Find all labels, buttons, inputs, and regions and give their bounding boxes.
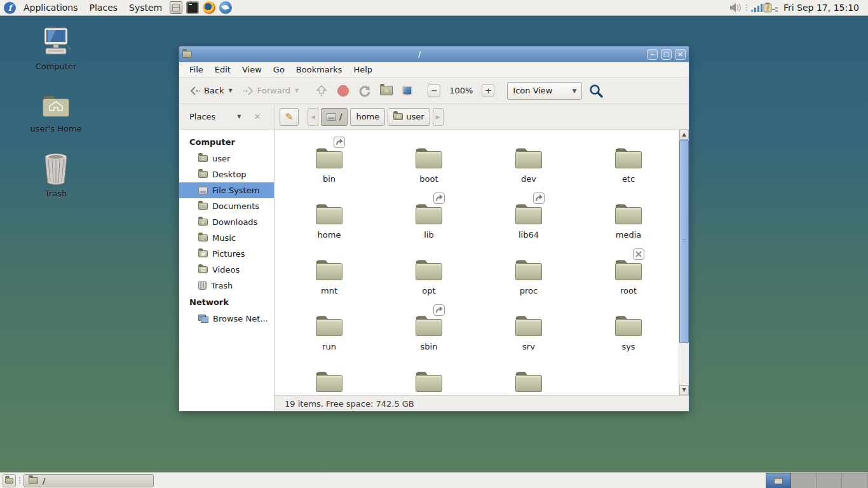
sidebar-item-desktop[interactable]: Desktop bbox=[179, 166, 274, 182]
close-button[interactable]: ✕ bbox=[675, 49, 686, 60]
up-button[interactable] bbox=[314, 83, 329, 98]
path-scroll-right-button[interactable]: ▶ bbox=[433, 108, 444, 126]
menu-places[interactable]: Places bbox=[84, 0, 124, 16]
sidebar-item-documents[interactable]: Documents bbox=[179, 198, 274, 214]
folder-item[interactable]: bin bbox=[288, 146, 370, 185]
folder-item[interactable]: lib64 bbox=[487, 201, 570, 241]
menu-view[interactable]: View bbox=[237, 65, 267, 74]
clock[interactable]: Fri Sep 17, 15:10 bbox=[780, 3, 864, 13]
sidebar-item-music[interactable]: Music bbox=[179, 230, 274, 246]
folder-item[interactable]: mnt bbox=[288, 257, 370, 297]
path-segment-home[interactable]: home bbox=[350, 108, 385, 126]
folder-item[interactable]: sys bbox=[587, 313, 670, 353]
forward-icon bbox=[243, 86, 254, 96]
home-button[interactable] bbox=[379, 83, 394, 98]
back-dropdown-caret[interactable]: ▼ bbox=[229, 88, 233, 93]
folder-item[interactable]: run bbox=[288, 313, 370, 353]
show-desktop-button[interactable] bbox=[3, 474, 16, 487]
folder-item[interactable]: root bbox=[587, 257, 670, 297]
folder-name: root bbox=[620, 286, 637, 296]
folder-item[interactable]: srv bbox=[487, 313, 570, 353]
music-folder-icon bbox=[198, 234, 208, 241]
email-client-icon[interactable] bbox=[219, 1, 232, 14]
terminal-icon[interactable] bbox=[186, 1, 199, 14]
reload-button[interactable] bbox=[357, 83, 372, 98]
back-button[interactable]: Back ▼ bbox=[186, 83, 236, 98]
folder-name: sbin bbox=[421, 342, 438, 352]
folder-icon bbox=[514, 146, 543, 170]
workspace-2[interactable] bbox=[791, 473, 817, 488]
computer-button[interactable] bbox=[400, 83, 416, 98]
desktop-icon-home[interactable]: user's Home bbox=[21, 90, 91, 133]
folder-item[interactable]: media bbox=[587, 201, 670, 241]
desktop-icon-trash[interactable]: Trash bbox=[21, 152, 91, 198]
search-button[interactable] bbox=[588, 83, 604, 98]
path-scroll-left-button[interactable]: ◀ bbox=[308, 108, 318, 126]
workspace-1-active[interactable] bbox=[766, 473, 791, 488]
places-select[interactable]: Places bbox=[189, 112, 215, 121]
menu-edit[interactable]: Edit bbox=[210, 65, 236, 74]
folder-name: run bbox=[322, 342, 336, 352]
distro-logo-icon[interactable]: f bbox=[4, 2, 16, 14]
top-panel: f Applications Places System Fri Sep 17,… bbox=[0, 0, 868, 16]
folder-name: media bbox=[616, 230, 642, 240]
network-signal-icon[interactable] bbox=[750, 3, 763, 13]
folder-name: sys bbox=[621, 342, 635, 352]
sidebar-item-downloads[interactable]: Downloads bbox=[179, 214, 274, 230]
path-segment-root[interactable]: / bbox=[321, 108, 348, 126]
battery-plug-icon[interactable] bbox=[763, 2, 780, 13]
edit-location-button[interactable]: ✎ bbox=[280, 108, 299, 126]
sidebar-item-videos[interactable]: Videos bbox=[179, 262, 274, 278]
menu-applications[interactable]: Applications bbox=[18, 0, 84, 16]
menu-file[interactable]: File bbox=[184, 65, 208, 74]
sidebar-close-icon[interactable]: ✕ bbox=[254, 112, 261, 121]
folder-item[interactable]: proc bbox=[487, 257, 570, 297]
toolbar: Back ▼ Forward ▼ bbox=[179, 78, 689, 104]
zoom-in-button[interactable]: + bbox=[482, 85, 494, 97]
minimize-button[interactable]: – bbox=[647, 49, 658, 60]
sidebar-item-user[interactable]: user bbox=[179, 151, 274, 166]
workspace-4[interactable] bbox=[842, 473, 868, 488]
folder-item[interactable]: home bbox=[288, 201, 370, 241]
status-text: 19 items, Free space: 742.5 GB bbox=[285, 399, 414, 409]
videos-folder-icon bbox=[198, 266, 208, 273]
desktop-icon-computer[interactable]: Computer bbox=[21, 27, 91, 71]
folder-item[interactable]: opt bbox=[388, 257, 470, 297]
file-manager-icon[interactable] bbox=[170, 1, 182, 14]
menu-go[interactable]: Go bbox=[268, 65, 290, 74]
scroll-down-icon[interactable]: ▼ bbox=[679, 385, 689, 395]
firefox-icon[interactable] bbox=[203, 1, 215, 14]
folder-item[interactable]: boot bbox=[388, 146, 470, 185]
menu-help[interactable]: Help bbox=[348, 65, 377, 74]
sidebar-item-trash[interactable]: Trash bbox=[179, 278, 274, 294]
view-mode-select[interactable]: Icon View ▼ bbox=[507, 82, 582, 100]
open-folder-icon bbox=[393, 113, 403, 120]
folder-item[interactable] bbox=[388, 369, 470, 395]
folder-item[interactable]: etc bbox=[587, 146, 670, 185]
scroll-up-icon[interactable]: ▲ bbox=[679, 130, 689, 140]
folder-item[interactable]: dev bbox=[487, 146, 570, 185]
task-button-file-manager[interactable]: / bbox=[24, 474, 154, 487]
folder-item[interactable] bbox=[487, 369, 570, 395]
sidebar-item-browse-network[interactable]: Browse Net... bbox=[179, 311, 274, 327]
zoom-out-button[interactable]: − bbox=[428, 85, 440, 97]
maximize-button[interactable]: □ bbox=[661, 49, 672, 60]
menu-bookmarks[interactable]: Bookmarks bbox=[291, 65, 348, 74]
folder-item[interactable] bbox=[288, 369, 370, 395]
vertical-scrollbar[interactable]: ▲ ▼ bbox=[679, 130, 689, 395]
scrollbar-thumb[interactable] bbox=[679, 140, 689, 343]
forward-button[interactable]: Forward ▼ bbox=[239, 83, 302, 98]
places-caret-icon[interactable]: ▼ bbox=[237, 114, 241, 119]
path-segment-user[interactable]: user bbox=[388, 108, 430, 126]
folder-item[interactable]: sbin bbox=[388, 313, 470, 353]
sidebar-item-pictures[interactable]: Pictures bbox=[179, 246, 274, 262]
scrollbar-track[interactable] bbox=[679, 140, 689, 385]
folder-icon bbox=[414, 201, 444, 226]
stop-button[interactable] bbox=[336, 83, 351, 98]
folder-item[interactable]: lib bbox=[388, 201, 470, 241]
volume-icon[interactable] bbox=[729, 2, 743, 13]
sidebar-item-file-system[interactable]: File System bbox=[179, 182, 274, 198]
menu-system[interactable]: System bbox=[123, 0, 168, 16]
titlebar[interactable]: / – □ ✕ bbox=[179, 46, 689, 62]
workspace-3[interactable] bbox=[817, 473, 842, 488]
